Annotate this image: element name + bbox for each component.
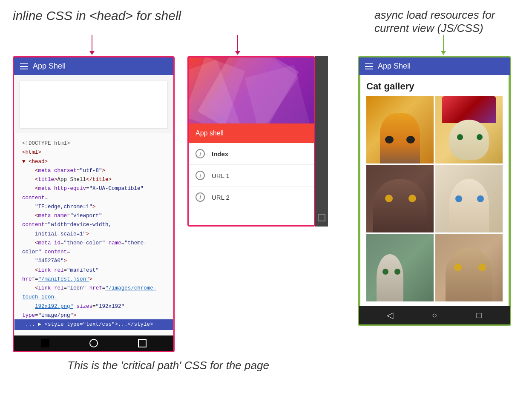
nav-recent-button[interactable]: □ <box>474 310 484 320</box>
left-phone-column: App Shell <!DOCTYPE html> <html> ▼ <head… <box>13 56 192 352</box>
left-nav-recent[interactable] <box>138 339 147 347</box>
left-phone-bottom-nav <box>14 336 173 351</box>
dark-strip-button[interactable] <box>318 214 325 221</box>
cat-image-4 <box>435 165 503 232</box>
hamburger-icon-right[interactable] <box>365 63 373 69</box>
left-phone-content <box>14 75 173 134</box>
drawer-item-url1[interactable]: i URL 1 <box>189 165 314 186</box>
middle-phone-mockup: App shell i Index i URL 1 i URL 2 <box>187 56 315 227</box>
right-phone-column: App Shell Cat gallery <box>358 56 528 326</box>
main-content-row: App Shell <!DOCTYPE html> <html> ▼ <head… <box>0 56 532 352</box>
dark-side-strip <box>315 56 328 227</box>
middle-phone-column: App shell i Index i URL 1 i URL 2 <box>187 56 336 227</box>
left-phone-title: App Shell <box>33 62 66 71</box>
left-phone-appbar: App Shell <box>14 57 173 75</box>
cat-image-6 <box>435 234 503 301</box>
cat-grid <box>366 96 503 301</box>
nav-home-button[interactable]: ○ <box>429 310 440 320</box>
middle-phones-wrapper: App shell i Index i URL 1 i URL 2 <box>187 56 336 227</box>
arrow-middle <box>235 35 240 55</box>
drawer-item-index[interactable]: i Index <box>189 143 314 165</box>
info-icon-url1: i <box>196 171 205 180</box>
cat-image-5 <box>366 234 434 301</box>
code-panel: <!DOCTYPE html> <html> ▼ <head> <meta ch… <box>14 133 173 336</box>
middle-hero-image <box>189 57 314 123</box>
drawer-header: App shell <box>189 123 314 143</box>
left-nav-back[interactable] <box>41 339 49 347</box>
right-phone-mockup: App Shell Cat gallery <box>358 56 511 326</box>
right-phone-title: App Shell <box>378 62 411 71</box>
info-icon-index: i <box>196 149 205 158</box>
cat-gallery-wrapper: Cat gallery <box>359 75 510 306</box>
cat-image-2 <box>435 96 503 164</box>
drawer-item-url2[interactable]: i URL 2 <box>189 186 314 208</box>
annotation-left: inline CSS in <head> for shell <box>13 9 192 35</box>
left-phone-white-box <box>20 81 167 128</box>
right-phone-bottom-nav: ◁ ○ □ <box>359 306 510 324</box>
cat-image-1 <box>366 96 434 164</box>
cat-gallery-title: Cat gallery <box>366 81 503 92</box>
cat-image-3 <box>366 165 434 232</box>
left-nav-home[interactable] <box>89 339 98 347</box>
hamburger-icon-left[interactable] <box>20 63 28 69</box>
annotation-right: async load resources for current view (J… <box>374 9 506 35</box>
arrows-row <box>0 35 532 56</box>
info-icon-url2: i <box>196 192 205 202</box>
left-phone-mockup: App Shell <!DOCTYPE html> <html> ▼ <head… <box>13 56 175 352</box>
arrow-left <box>89 35 95 55</box>
right-phone-appbar: App Shell <box>359 57 510 75</box>
middle-drawer: App shell i Index i URL 1 i URL 2 <box>189 123 314 208</box>
nav-back-button[interactable]: ◁ <box>385 310 395 320</box>
top-annotations-row: inline CSS in <head> for shell async loa… <box>0 0 532 35</box>
bottom-annotation: This is the 'critical path' CSS for the … <box>13 359 324 372</box>
arrow-right <box>441 35 446 55</box>
